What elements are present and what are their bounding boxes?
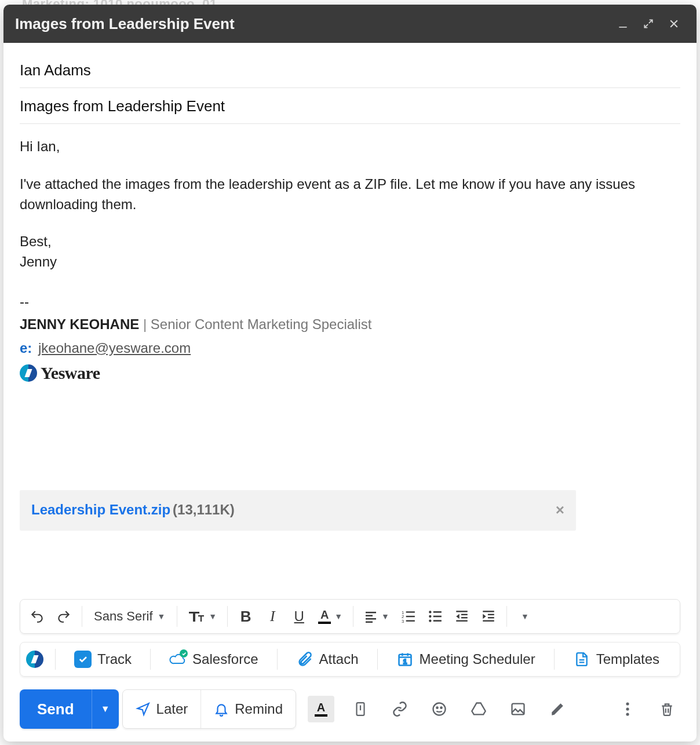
svg-point-29 xyxy=(436,707,437,709)
bottom-icon-row: A xyxy=(308,696,680,722)
svg-point-32 xyxy=(626,702,629,705)
meeting-scheduler-button[interactable]: 1 Meeting Scheduler xyxy=(389,647,542,671)
underline-icon[interactable]: U xyxy=(287,603,311,630)
svg-rect-2 xyxy=(366,615,373,617)
later-label: Later xyxy=(156,701,188,717)
svg-rect-18 xyxy=(461,614,468,615)
paperclip-icon xyxy=(296,651,313,668)
compose-body[interactable]: Ian Adams Images from Leadership Event H… xyxy=(3,43,697,596)
svg-rect-1 xyxy=(366,612,376,613)
signature-name: JENNY KEOHANE xyxy=(20,316,139,332)
text-color-button[interactable]: A ▼ xyxy=(313,603,347,630)
compose-window: Images from Leadership Event Ian Adams I… xyxy=(3,5,697,742)
close-icon[interactable] xyxy=(663,13,685,35)
insert-link-icon[interactable] xyxy=(387,696,413,722)
yesware-brand-text: Yesware xyxy=(41,360,100,386)
bulleted-list-icon[interactable] xyxy=(423,603,447,630)
insert-photo-icon[interactable] xyxy=(505,696,531,722)
chevron-down-icon: ▼ xyxy=(381,612,389,621)
attachment-remove-icon[interactable]: × xyxy=(556,499,564,521)
schedule-chip-group: Later Remind xyxy=(122,689,296,729)
svg-text:1: 1 xyxy=(403,658,407,665)
salesforce-button[interactable]: Salesforce xyxy=(162,647,265,671)
subject-field[interactable]: Images from Leadership Event xyxy=(20,88,680,124)
svg-point-33 xyxy=(626,707,629,710)
fullscreen-icon[interactable] xyxy=(637,13,659,35)
svg-rect-14 xyxy=(433,611,442,613)
font-family-label: Sans Serif xyxy=(94,609,153,624)
discard-draft-icon[interactable] xyxy=(654,696,680,722)
undo-icon[interactable] xyxy=(25,603,49,630)
svg-point-28 xyxy=(433,703,445,715)
insert-drive-icon[interactable] xyxy=(465,696,492,722)
svg-point-13 xyxy=(429,619,431,622)
svg-point-34 xyxy=(626,713,629,715)
subject-text[interactable]: Images from Leadership Event xyxy=(20,97,225,115)
yesware-logo[interactable]: Yesware xyxy=(20,360,680,386)
closing-name: Jenny xyxy=(20,254,57,269)
numbered-list-icon[interactable]: 123 xyxy=(396,603,421,630)
svg-rect-10 xyxy=(406,620,415,622)
yesware-toolbar: Track Salesforce Attach 1 Meeting Schedu xyxy=(20,642,680,677)
italic-icon[interactable]: I xyxy=(260,603,285,630)
templates-button[interactable]: Templates xyxy=(566,647,666,671)
confidential-mode-icon[interactable] xyxy=(544,696,571,722)
more-formatting-icon[interactable]: ▼ xyxy=(513,603,537,630)
svg-rect-8 xyxy=(406,611,415,612)
message-body[interactable]: Hi Ian, I've attached the images from th… xyxy=(20,124,680,531)
send-button-group: Send ▼ xyxy=(20,689,119,729)
send-later-button[interactable]: Later xyxy=(123,690,201,728)
align-button[interactable]: ▼ xyxy=(359,603,394,630)
chevron-down-icon: ▼ xyxy=(334,612,342,621)
svg-rect-24 xyxy=(483,620,494,622)
closing-best: Best, xyxy=(20,233,52,249)
greeting-line: Hi Ian, xyxy=(20,137,680,157)
svg-rect-23 xyxy=(488,617,494,618)
remind-label: Remind xyxy=(235,701,283,717)
svg-rect-20 xyxy=(456,620,468,622)
attachment-filename[interactable]: Leadership Event.zip xyxy=(31,500,170,520)
send-dropdown[interactable]: ▼ xyxy=(92,689,119,729)
yesware-mark-icon xyxy=(20,364,37,382)
attachment-chip[interactable]: Leadership Event.zip (13,111K) × xyxy=(20,490,576,531)
indent-decrease-icon[interactable] xyxy=(450,603,474,630)
svg-rect-21 xyxy=(483,611,494,612)
svg-rect-9 xyxy=(406,616,415,617)
svg-text:3: 3 xyxy=(402,619,404,624)
remind-button[interactable]: Remind xyxy=(200,690,296,728)
send-label: Send xyxy=(37,700,74,718)
recipient-chip[interactable]: Ian Adams xyxy=(20,61,91,79)
yesware-icon[interactable] xyxy=(26,651,43,668)
paper-plane-icon xyxy=(136,702,151,717)
formatting-toggle-icon[interactable]: A xyxy=(308,696,334,722)
svg-rect-4 xyxy=(366,622,373,623)
svg-rect-15 xyxy=(433,616,442,618)
calendar-icon: 1 xyxy=(396,651,414,668)
body-paragraph: I've attached the images from the leader… xyxy=(20,174,680,215)
attach-button[interactable]: Attach xyxy=(289,647,366,671)
recipients-field[interactable]: Ian Adams xyxy=(20,52,680,88)
svg-point-11 xyxy=(429,611,431,613)
attach-file-icon[interactable] xyxy=(347,696,374,722)
svg-rect-3 xyxy=(366,618,376,620)
salesforce-label: Salesforce xyxy=(192,651,258,667)
send-button[interactable]: Send xyxy=(20,689,92,729)
signature-email[interactable]: jkeohane@yesware.com xyxy=(38,340,191,356)
more-options-icon[interactable] xyxy=(614,696,641,722)
minimize-icon[interactable] xyxy=(612,13,634,35)
insert-emoji-icon[interactable] xyxy=(426,696,453,722)
bold-icon[interactable]: B xyxy=(234,603,258,630)
signature-title: Senior Content Marketing Specialist xyxy=(151,316,372,332)
window-title: Images from Leadership Event xyxy=(15,15,235,33)
redo-icon[interactable] xyxy=(52,603,76,630)
signature-separator: -- xyxy=(20,292,680,312)
indent-increase-icon[interactable] xyxy=(476,603,501,630)
document-icon xyxy=(573,651,590,668)
font-family-select[interactable]: Sans Serif ▼ xyxy=(88,609,171,624)
font-size-button[interactable]: ▼ xyxy=(183,603,221,630)
chevron-down-icon: ▼ xyxy=(158,612,166,621)
attach-label: Attach xyxy=(319,651,359,667)
cloud-icon xyxy=(169,651,187,668)
attachment-size: (13,111K) xyxy=(173,500,235,520)
track-toggle[interactable]: Track xyxy=(67,647,138,671)
